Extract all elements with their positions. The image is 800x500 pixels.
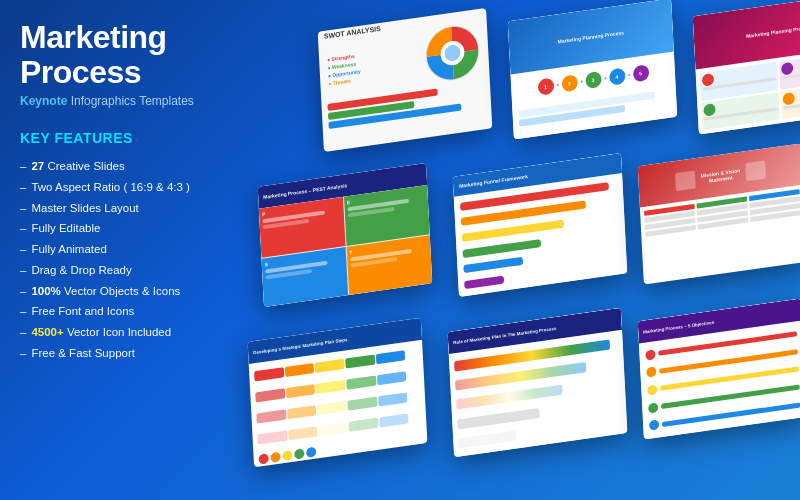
slide-3-title: Marketing Planning Proc. xyxy=(746,24,800,38)
slide-card-5: Marketing Funnel Framework xyxy=(453,153,628,297)
slide-5-content: Marketing Funnel Framework xyxy=(453,153,628,297)
seg-7-2-a xyxy=(255,388,285,402)
seg-7-4-a xyxy=(257,430,287,444)
stmt-col-2 xyxy=(697,197,751,273)
seg-7-2-c xyxy=(316,380,346,394)
feature-highlight-9: 4500+ xyxy=(31,326,63,338)
slide-1-content: SWOT ANALYSIS ● Strengths ● Weakness ● O… xyxy=(318,8,493,152)
left-panel: Marketing Process Keynote Infographics T… xyxy=(20,20,220,363)
s7-icon-3 xyxy=(282,450,292,461)
main-container: Marketing Process Keynote Infographics T… xyxy=(0,0,800,500)
slide-6-content: Mission & VisionStatement xyxy=(638,143,800,284)
obj-circle-1 xyxy=(645,349,655,360)
pest-s-label: S xyxy=(265,260,269,266)
pest-cell-s: S xyxy=(261,247,347,307)
feature-item-10: Free & Fast Support xyxy=(20,343,220,364)
slide-card-2: Marketing Planning Process 1 2 3 xyxy=(508,0,678,140)
s7-icon-2 xyxy=(270,452,280,463)
obj-circle-4 xyxy=(648,402,658,413)
slide-9-content: Marketing Process – 5 Objectives xyxy=(638,298,800,439)
stmt-box-2 xyxy=(746,160,767,181)
swot-left-labels: ● Strengths ● Weakness ● Opportunity ● T… xyxy=(327,52,361,87)
slide-2-content: Marketing Planning Process 1 2 3 xyxy=(508,0,678,140)
feature-item-6: Drag & Drop Ready xyxy=(20,260,220,281)
feature-item-8: Free Font and Icons xyxy=(20,301,220,322)
feature-item-7: 100% Vector Objects & Icons xyxy=(20,281,220,302)
subtitle: Keynote Infographics Templates xyxy=(20,94,220,108)
subtitle-rest: Infographics Templates xyxy=(67,94,194,108)
seg-7-1-c xyxy=(315,359,345,373)
feature-item-2: Two Aspect Ratio ( 16:9 & 4:3 ) xyxy=(20,177,220,198)
feature-item-9: 4500+ Vector Icon Included xyxy=(20,322,220,343)
feature-item-5: Fully Animated xyxy=(20,239,220,260)
stmt-col-1 xyxy=(644,204,698,280)
circle-5: 5 xyxy=(632,64,649,82)
slide-8-content: Role of Marketing Plan In The Marketing … xyxy=(448,308,628,458)
seg-7-1-b xyxy=(285,363,315,377)
seg-8-4 xyxy=(457,408,539,430)
dot-3 xyxy=(604,77,606,79)
circle-1: 1 xyxy=(537,77,554,95)
seg-7-3-a xyxy=(256,409,286,423)
slide-5-title: Marketing Funnel Framework xyxy=(459,173,528,189)
seg-7-3-b xyxy=(287,405,317,419)
circle-4-label: 4 xyxy=(615,73,618,79)
slide-card-9: Marketing Process – 5 Objectives xyxy=(638,298,800,439)
grid-circle-2 xyxy=(780,62,793,76)
pest-cell-t: T xyxy=(346,235,432,295)
circle-4: 4 xyxy=(608,67,625,85)
slide-7-content: Developing a Strategic Marketing Plan St… xyxy=(248,318,428,468)
seg-7-3-e xyxy=(378,392,408,406)
grid-circle-3 xyxy=(703,103,716,117)
circle-3: 3 xyxy=(585,71,602,89)
seg-7-1-e xyxy=(376,351,406,365)
statement-title: Mission & VisionStatement xyxy=(700,167,740,185)
feature-item-1: 27 Creative Slides xyxy=(20,156,220,177)
seg-7-2-d xyxy=(346,376,376,390)
slide-card-8: Role of Marketing Plan In The Marketing … xyxy=(448,308,628,458)
bar-5-4 xyxy=(462,239,541,258)
dot-2 xyxy=(580,80,582,82)
grid-cell-2 xyxy=(778,51,800,89)
obj-circle-2 xyxy=(646,367,656,378)
circle-1-label: 1 xyxy=(544,83,547,89)
seg-7-3-d xyxy=(347,396,377,410)
grid-circle-4 xyxy=(782,92,795,106)
obj-circle-3 xyxy=(647,384,657,395)
seg-7-1-d xyxy=(345,355,375,369)
bar-5-6 xyxy=(464,276,504,290)
slide-4-content: Marketing Process – PEST Analysis P E S xyxy=(258,163,433,307)
slide-card-7: Developing a Strategic Marketing Plan St… xyxy=(248,318,428,468)
dot-1 xyxy=(556,84,558,86)
pest-t-label: T xyxy=(349,249,352,255)
slide-3-content: Marketing Planning Proc. xyxy=(693,0,800,135)
slide-card-6: Mission & VisionStatement xyxy=(638,143,800,284)
s7-icon-5 xyxy=(306,447,316,458)
key-features-heading: KEY FEATURES xyxy=(20,130,220,146)
seg-8-5 xyxy=(458,431,516,449)
grid-circle-1 xyxy=(702,73,715,87)
pest-p-label: P xyxy=(262,211,266,217)
slide-card-4: Marketing Process – PEST Analysis P E S xyxy=(258,163,433,307)
slides-collage: SWOT ANALYSIS ● Strengths ● Weakness ● O… xyxy=(240,0,800,500)
seg-7-4-b xyxy=(288,426,318,440)
seg-7-4-d xyxy=(349,417,379,431)
bar-5-5 xyxy=(463,257,523,273)
circle-3-label: 3 xyxy=(592,77,595,83)
pest-e-label: E xyxy=(347,199,351,205)
seg-7-2-e xyxy=(377,371,407,385)
seg-7-1-a xyxy=(254,368,284,382)
feature-bold-1: 27 xyxy=(31,160,44,172)
seg-7-4-c xyxy=(318,422,348,436)
swot-chart xyxy=(424,22,481,85)
subtitle-keynote: Keynote xyxy=(20,94,67,108)
seg-7-3-c xyxy=(317,401,347,415)
features-list: 27 Creative Slides Two Aspect Ratio ( 16… xyxy=(20,156,220,363)
feature-item-3: Master Slides Layout xyxy=(20,198,220,219)
feature-item-4: Fully Editable xyxy=(20,218,220,239)
page-title: Marketing Process xyxy=(20,20,220,90)
slide-2-title: Marketing Planning Process xyxy=(557,29,624,44)
s7-icon-1 xyxy=(258,453,268,464)
stmt-box-1 xyxy=(674,170,695,191)
seg-7-2-b xyxy=(286,384,316,398)
